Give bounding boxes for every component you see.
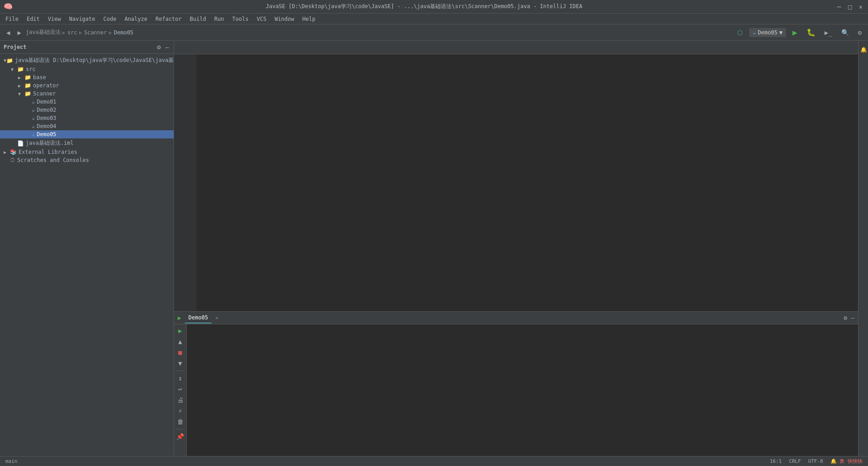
tree-item-java基础语法.iml[interactable]: 📄 java基础语法.iml [0,138,174,148]
run-button[interactable]: ▶ [790,26,800,39]
breadcrumb-scanner[interactable]: Scanner [84,29,107,36]
run-config-icon: ☕ [753,29,756,36]
menu-item-analyze[interactable]: Analyze [121,15,151,23]
tree-label: Scanner [33,90,56,97]
notifications-icon[interactable]: 🔔 [859,43,868,57]
status-right: 16:1 CRLF UTF-8 🔔 奥 快快快 [770,458,863,465]
tree-icon: 📁 [24,74,31,81]
tree-label: Demo01 [37,99,56,105]
run-scroll-button[interactable]: ↕ [176,374,185,383]
menu-item-navigate[interactable]: Navigate [66,15,99,23]
run-clear-button[interactable]: 🗑 [176,417,185,426]
tree-label: Demo03 [37,115,56,121]
breadcrumb-root[interactable]: java基础语法 [26,29,61,36]
tree-icon: ☕ [32,99,35,105]
title-bar: 🧠 JavaSE [D:\Desktop\java学习\code\JavaSE]… [0,0,868,14]
tree-item-operator[interactable]: ▶📁 operator [0,81,174,90]
menu-item-vcs[interactable]: VCS [253,15,270,23]
code-content[interactable] [197,54,858,311]
title-left: 🧠 [4,2,13,11]
vcs-status[interactable]: main [5,458,18,464]
run-header: ▶ Demo05 ✕ ⚙ — [174,312,858,324]
navigate-icon[interactable]: ⬡ [735,27,745,38]
sidebar-header: Project ⚙ — [0,41,174,54]
run-config[interactable]: ☕ Demo05 ▼ [749,28,786,37]
debug-button[interactable]: 🐛 [804,26,818,38]
tree-item-demo02[interactable]: ☕ Demo02 [0,106,174,114]
minimize-button[interactable]: ─ [835,3,843,10]
maximize-button[interactable]: □ [846,3,854,10]
sidebar-settings-icon[interactable]: ⚙ [156,43,161,52]
menu-item-view[interactable]: View [44,15,65,23]
run-pin-button[interactable]: 📌 [176,432,185,441]
run-settings-icon[interactable]: ⚙ [844,314,847,321]
run-tab-close[interactable]: ✕ [215,315,218,321]
back-button[interactable]: ◀ [4,27,13,38]
run-content [187,324,858,456]
line-ending[interactable]: CRLF [789,458,801,464]
menu-item-refactor[interactable]: Refactor [152,15,185,23]
tree-item-demo01[interactable]: ☕ Demo01 [0,98,174,106]
forward-button[interactable]: ▶ [14,27,24,38]
breadcrumb: java基础语法 ▶ src ▶ Scanner ▶ Demo05 [26,29,133,36]
search-button[interactable]: 🔍 [839,27,852,38]
cursor-position[interactable]: 16:1 [770,458,782,464]
tree-label: java基础语法 D:\Desktop\java学习\code\JavaSE\j… [15,57,174,64]
tree-label: Scratches and Consoles [17,157,89,163]
tree-arrow: ▶ [4,150,10,155]
code-editor[interactable] [174,54,858,311]
tree-item-scratches-and-consoles[interactable]: 🗒 Scratches and Consoles [0,156,174,164]
run-up-button[interactable]: ▲ [176,337,185,346]
tree-item-demo05[interactable]: ☕ Demo05 [0,130,174,138]
menu-item-edit[interactable]: Edit [23,15,43,23]
coverage-button[interactable]: ▶̲ [822,27,835,38]
menu-item-help[interactable]: Help [299,15,319,23]
tree-icon: 📁 [17,66,24,72]
close-button[interactable]: ✕ [857,3,864,10]
window-title: JavaSE [D:\Desktop\java学习\code\JavaSE] -… [13,3,835,10]
menu-item-tools[interactable]: Tools [229,15,252,23]
run-print-button[interactable]: 🖨 [176,395,185,404]
menu-item-build[interactable]: Build [186,15,210,23]
run-tab-demo05[interactable]: Demo05 [185,313,212,323]
menu-item-code[interactable]: Code [100,15,120,23]
tree-icon: 🗒 [10,157,15,163]
tree-item-demo04[interactable]: ☕ Demo04 [0,122,174,130]
run-panel: ▶ Demo05 ✕ ⚙ — ▶ ▲ ■ ▼ ↕ ↩ 🖨 ⚡ [174,311,858,456]
tree-icon: 📁 [24,90,31,97]
run-stop-button[interactable]: ■ [176,348,185,357]
line-numbers [174,54,197,311]
run-wrap-button[interactable]: ↩ [176,385,185,394]
tree-label: java基础语法.iml [26,139,74,147]
breadcrumb-demo05[interactable]: Demo05 [114,29,133,36]
menu-item-window[interactable]: Window [271,15,297,23]
run-config-arrow: ▼ [779,29,783,36]
tree-label: Demo02 [37,107,56,113]
breadcrumb-src[interactable]: src [67,29,77,36]
tree-item-java基础语法[interactable]: ▼📁 java基础语法 D:\Desktop\java学习\code\JavaS… [0,56,174,65]
tree-item-external-libraries[interactable]: ▶📚 External Libraries [0,148,174,156]
tree-item-demo03[interactable]: ☕ Demo03 [0,114,174,122]
run-down-button[interactable]: ▼ [176,359,185,368]
run-output: ▶ ▲ ■ ▼ ↕ ↩ 🖨 ⚡ 🗑 📌 [174,324,858,456]
menu-item-file[interactable]: File [2,15,22,23]
charset[interactable]: UTF-8 [808,458,823,464]
right-icons-panel: 🔔 [858,41,868,456]
tree-label: Demo05 [37,131,56,138]
run-icon: ▶ [178,314,181,321]
tree-arrow: ▼ [18,91,24,96]
tree-item-src[interactable]: ▼📁 src [0,65,174,73]
run-play-button[interactable]: ▶ [176,326,185,335]
settings-button[interactable]: ⚙ [855,27,864,38]
tree-item-scanner[interactable]: ▼📁 Scanner [0,90,174,98]
tree-item-base[interactable]: ▶📁 base [0,73,174,81]
run-close-icon[interactable]: — [851,314,854,321]
tree-icon: ☕ [32,131,35,138]
tree-icon: ☕ [32,115,35,121]
tree-label: base [33,74,46,81]
run-filter-button[interactable]: ⚡ [176,406,185,415]
sidebar-collapse-icon[interactable]: — [165,43,170,52]
menu-item-run[interactable]: Run [211,15,228,23]
main-layout: Project ⚙ — ▼📁 java基础语法 D:\Desktop\java学… [0,41,868,456]
run-config-label: Demo05 [758,29,777,36]
